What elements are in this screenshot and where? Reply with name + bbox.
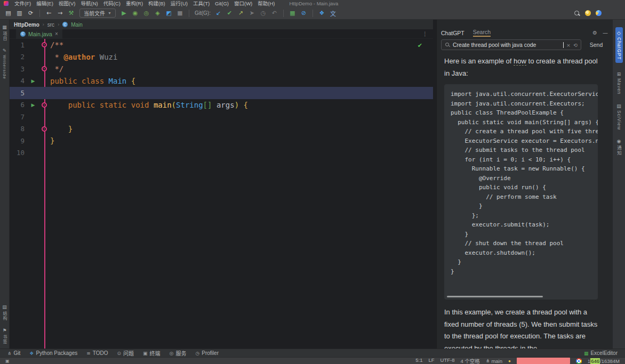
- status-item[interactable]: 4 个空格: [460, 357, 479, 364]
- profile-avatar-icon[interactable]: [596, 10, 602, 16]
- git-branch-widget[interactable]: ⋔ main: [486, 358, 502, 364]
- breadcrumb-project[interactable]: HttpDemo: [14, 22, 39, 28]
- status-item[interactable]: LF: [428, 357, 434, 364]
- tab-options-kebab-icon[interactable]: ⋮: [422, 31, 428, 37]
- browser-icon[interactable]: [576, 358, 582, 364]
- code-editor[interactable]: 1/**2 * @author Wuzi3 */4▶public class M…: [10, 39, 433, 349]
- menu-item[interactable]: 代码(C): [101, 0, 123, 7]
- editor-line[interactable]: 2 * @author Wuzi: [10, 51, 433, 63]
- gear-icon[interactable]: ⚙: [592, 30, 597, 36]
- tool-window-button-结构[interactable]: ▤结构: [2, 305, 7, 321]
- menu-item[interactable]: 文件(F): [12, 0, 34, 7]
- profile-button-icon[interactable]: ◈: [153, 9, 163, 18]
- menu-item[interactable]: 构建(B): [146, 0, 168, 7]
- search-everywhere-icon[interactable]: [574, 10, 580, 17]
- git-push-icon[interactable]: ↗: [236, 9, 246, 18]
- bottom-tool-window-Profiler[interactable]: ◷Profiler: [195, 350, 219, 356]
- run-gutter-icon[interactable]: ▶: [28, 102, 38, 108]
- git-commit-icon[interactable]: ✔: [225, 9, 235, 18]
- menu-item[interactable]: 导航(N): [78, 0, 100, 7]
- marker-pin-icon[interactable]: [42, 66, 47, 71]
- memory-indicator[interactable]: 1646/16384M: [588, 358, 620, 364]
- run-gutter-icon[interactable]: ▶: [28, 78, 38, 84]
- save-icon[interactable]: ▥: [14, 9, 25, 18]
- build-hammer-icon[interactable]: ⚒: [66, 9, 76, 18]
- sync-icon[interactable]: ⟳: [26, 9, 36, 18]
- chat-code-block[interactable]: import java.util.concurrent.ExecutorServ…: [444, 84, 598, 300]
- editor-line[interactable]: 9}: [10, 135, 433, 147]
- lock-icon[interactable]: ●: [508, 359, 511, 363]
- git-update-icon[interactable]: ↙: [213, 9, 223, 18]
- menu-item[interactable]: 运行(U): [168, 0, 190, 7]
- editor-line[interactable]: 4▶public class Main {: [10, 75, 433, 87]
- send-button[interactable]: Send: [584, 42, 608, 48]
- tool-window-button-SciView[interactable]: ▤SciView: [616, 103, 622, 130]
- bottom-tool-window-Python Packages[interactable]: ❖Python Packages: [29, 350, 77, 356]
- tool-window-button-Maven[interactable]: ⊞Maven: [616, 71, 622, 95]
- breadcrumb-class[interactable]: Main: [71, 22, 83, 28]
- editor-line[interactable]: 3 */: [10, 63, 433, 75]
- chat-response-area[interactable]: Here is an example of how to create a th…: [437, 50, 612, 349]
- regenerate-icon[interactable]: ⟲: [573, 42, 578, 48]
- debug-button-icon[interactable]: ◉: [130, 9, 140, 18]
- bottom-tool-window-终端[interactable]: ▣终端: [143, 349, 161, 357]
- bottom-tool-window-服务[interactable]: ◎服务: [170, 349, 187, 357]
- chat-query-value[interactable]: Create thread pool with java code: [453, 42, 562, 48]
- translate-icon[interactable]: 文: [328, 9, 338, 18]
- status-item[interactable]: UTF-8: [440, 357, 455, 364]
- editor-line[interactable]: 10: [10, 147, 433, 159]
- marker-pin-icon[interactable]: [42, 126, 47, 132]
- plugin-icon[interactable]: ❖: [317, 9, 327, 18]
- tool-window-button-Writerside[interactable]: ✎Writerside: [2, 48, 7, 79]
- line-number: 9: [10, 137, 28, 145]
- hide-panel-icon[interactable]: —: [603, 30, 608, 36]
- search-icon: [445, 42, 450, 47]
- run-button-icon[interactable]: ▶: [119, 9, 129, 18]
- editor-line-current[interactable]: 5: [10, 87, 433, 99]
- bottom-tool-window-Git[interactable]: ⋔Git: [7, 350, 20, 356]
- code-text: */: [50, 64, 63, 73]
- inspections-ok-icon[interactable]: ✔: [418, 42, 422, 49]
- menu-item[interactable]: 帮助(H): [255, 0, 277, 7]
- forward-arrow-icon[interactable]: →: [55, 9, 65, 18]
- back-arrow-icon[interactable]: ←: [44, 9, 54, 18]
- menu-item[interactable]: 窗口(W): [231, 0, 255, 7]
- bottom-tool-window-ExcelEditor[interactable]: ▦ExcelEditor: [584, 350, 618, 356]
- editor-line[interactable]: 1/**: [10, 39, 433, 51]
- bottom-tool-window-TODO[interactable]: ≡TODO: [86, 350, 108, 356]
- tool-window-toggle-icon[interactable]: ▣: [5, 359, 10, 363]
- open-folder-icon[interactable]: ▤: [3, 9, 13, 18]
- status-bar: ▣ 5:1LFUTF-84 个空格 ⋔ main ● 1646/16384M: [0, 357, 625, 364]
- tool-window-button-项目[interactable]: ▦项目: [2, 25, 7, 41]
- status-item[interactable]: 5:1: [415, 357, 422, 364]
- tool-window-button-通知[interactable]: ◉通知: [616, 139, 622, 156]
- clear-input-icon[interactable]: ×: [566, 42, 571, 48]
- tab-search[interactable]: Search: [473, 29, 491, 37]
- menu-item[interactable]: 重构(R): [123, 0, 146, 7]
- coverage-button-icon[interactable]: ◎: [141, 9, 151, 18]
- tool-window-button-ChatGPT[interactable]: ◇ChatGPT: [615, 27, 623, 63]
- marker-pin-icon[interactable]: [42, 42, 47, 47]
- tool-window-button-书签[interactable]: ⚑书签: [2, 328, 7, 344]
- editor-line[interactable]: 8 }: [10, 123, 433, 135]
- breadcrumb-src[interactable]: src: [47, 22, 54, 28]
- menu-item[interactable]: 视图(V): [56, 0, 78, 7]
- close-tab-icon[interactable]: ×: [55, 31, 58, 37]
- editor-line[interactable]: 7: [10, 111, 433, 123]
- tab-chatgpt[interactable]: ChatGPT: [441, 30, 464, 36]
- database-plugin-icon[interactable]: ▦: [287, 9, 298, 18]
- horizontal-scrollbar[interactable]: [447, 296, 543, 297]
- menu-item[interactable]: 编辑(E): [34, 0, 56, 7]
- profiler-icon[interactable]: ◩: [164, 9, 174, 18]
- notification-dot-icon[interactable]: [585, 10, 591, 16]
- editor-line[interactable]: 6▶ public static void main(String[] args…: [10, 99, 433, 111]
- editor-tab-main-java[interactable]: C Main.java ×: [16, 29, 62, 39]
- bottom-tool-window-问题[interactable]: ⊙问题: [117, 349, 134, 357]
- menu-item[interactable]: 工具(T): [190, 0, 212, 7]
- excel-icon: ▦: [584, 351, 589, 356]
- run-configuration-dropdown[interactable]: 当前文件 ▼: [79, 9, 116, 18]
- chat-query-input[interactable]: Create thread pool with java code × ⟲: [441, 39, 581, 50]
- marker-pin-icon[interactable]: [42, 102, 47, 108]
- menu-item[interactable]: Git(G): [212, 0, 231, 7]
- no-entry-icon[interactable]: ⊘: [299, 9, 309, 18]
